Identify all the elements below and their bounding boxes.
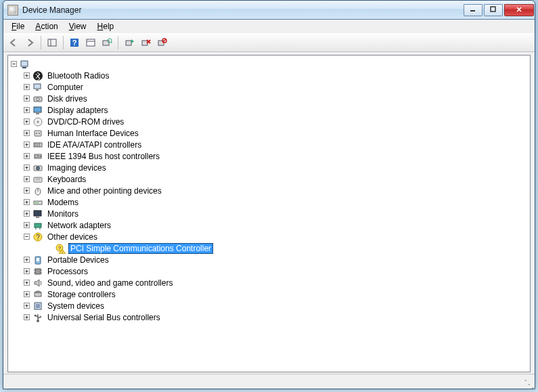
expander-icon[interactable]: [24, 107, 30, 113]
expander-icon[interactable]: [24, 176, 30, 182]
expander-icon[interactable]: [24, 165, 30, 171]
category-label[interactable]: Bluetooth Radios: [46, 71, 110, 81]
svg-rect-73: [40, 316, 41, 318]
svg-text:?: ?: [36, 234, 40, 241]
expander-icon[interactable]: [24, 188, 30, 194]
tree-category[interactable]: Disk drives: [11, 93, 527, 104]
menubar: File Action View Help: [3, 20, 535, 33]
category-label[interactable]: Network adapters: [46, 221, 112, 230]
expander-icon[interactable]: [24, 280, 30, 286]
expander-icon[interactable]: [24, 141, 30, 148]
category-label[interactable]: Universal Serial Bus controllers: [46, 313, 162, 322]
storage-icon: [32, 289, 43, 300]
tree-category[interactable]: DVD/CD-ROM drives: [11, 116, 527, 127]
tree-category[interactable]: IDE ATA/ATAPI controllers: [11, 139, 527, 150]
expander-icon[interactable]: [24, 199, 30, 205]
device-label[interactable]: PCI Simple Communications Controller: [68, 243, 213, 254]
disable-button[interactable]: [154, 35, 169, 50]
help-button[interactable]: ?: [67, 35, 82, 50]
tree-category[interactable]: Keyboards: [11, 173, 527, 185]
category-label[interactable]: Imaging devices: [46, 163, 108, 173]
system-icon: [32, 301, 43, 311]
show-hide-console-tree-button[interactable]: [45, 35, 60, 50]
tree-category[interactable]: Monitors: [11, 208, 527, 219]
tree-root[interactable]: [11, 58, 527, 70]
menu-help[interactable]: Help: [92, 20, 120, 32]
tree-category[interactable]: Mice and other pointing devices: [11, 185, 527, 196]
tree-category[interactable]: ? Other devices: [11, 231, 527, 242]
expander-icon[interactable]: [24, 314, 30, 320]
forward-button[interactable]: [22, 35, 37, 50]
menu-action[interactable]: Action: [30, 20, 63, 32]
category-label[interactable]: Modems: [46, 198, 80, 207]
tree-category[interactable]: Modems: [11, 196, 527, 208]
expander-icon[interactable]: [24, 72, 30, 79]
tree-device[interactable]: ?! PCI Simple Communications Controller: [11, 242, 527, 254]
expander-icon[interactable]: [24, 234, 30, 240]
tree-category[interactable]: Bluetooth Radios: [11, 70, 527, 81]
tree-category[interactable]: Imaging devices: [11, 162, 527, 173]
expander-icon[interactable]: [24, 222, 30, 228]
category-label[interactable]: Processors: [46, 267, 89, 276]
minimize-button[interactable]: [464, 4, 483, 16]
category-label[interactable]: DVD/CD-ROM drives: [46, 117, 125, 127]
tree-category[interactable]: Portable Devices: [11, 254, 527, 265]
usb-icon: [32, 312, 43, 323]
titlebar[interactable]: Device Manager: [3, 1, 535, 20]
expander-icon[interactable]: [24, 95, 30, 102]
category-label[interactable]: Other devices: [46, 232, 99, 242]
update-driver-button[interactable]: [122, 35, 137, 50]
category-label[interactable]: IDE ATA/ATAPI controllers: [46, 140, 143, 150]
category-label[interactable]: Monitors: [46, 209, 80, 219]
uninstall-button[interactable]: [138, 35, 153, 50]
tree-category[interactable]: 1394 IEEE 1394 Bus host controllers: [11, 150, 527, 162]
device-tree[interactable]: Bluetooth Radios Computer Disk drives Di…: [8, 56, 530, 326]
tree-category[interactable]: Human Interface Devices: [11, 127, 527, 139]
tree-category[interactable]: Sound, video and game controllers: [11, 277, 527, 288]
tree-category[interactable]: Network adapters: [11, 219, 527, 231]
category-label[interactable]: Display adapters: [46, 106, 109, 115]
ide-icon: [32, 139, 43, 150]
expander-icon[interactable]: [24, 303, 30, 309]
scan-hardware-button[interactable]: [99, 35, 114, 50]
expander-icon[interactable]: [24, 257, 30, 263]
category-label[interactable]: Storage controllers: [46, 290, 117, 299]
expander-icon[interactable]: [24, 118, 30, 125]
menu-view[interactable]: View: [64, 20, 92, 32]
expander-icon[interactable]: [24, 130, 30, 136]
category-label[interactable]: IEEE 1394 Bus host controllers: [46, 152, 161, 161]
category-label[interactable]: Sound, video and game controllers: [46, 278, 174, 288]
category-label[interactable]: Disk drives: [46, 94, 89, 104]
expander-icon[interactable]: [24, 291, 30, 297]
expander-icon[interactable]: [24, 84, 30, 90]
other-icon: ?: [32, 232, 43, 242]
tree-category[interactable]: Universal Serial Bus controllers: [11, 311, 527, 323]
category-label[interactable]: Portable Devices: [46, 255, 110, 265]
category-label[interactable]: Keyboards: [46, 175, 87, 184]
svg-point-26: [37, 97, 39, 100]
tree-category[interactable]: Computer: [11, 81, 527, 93]
expander-icon[interactable]: [24, 268, 30, 274]
tree-category[interactable]: Processors: [11, 265, 527, 277]
tree-category[interactable]: Display adapters: [11, 104, 527, 116]
device-manager-window: Device Manager File Action View Help ? B…: [3, 0, 535, 389]
properties-button[interactable]: [83, 35, 98, 50]
expander-icon[interactable]: [11, 61, 17, 67]
back-button[interactable]: [6, 35, 21, 50]
expander-icon[interactable]: [24, 153, 30, 159]
menu-file[interactable]: File: [6, 20, 30, 32]
svg-point-33: [39, 133, 40, 134]
tree-panel[interactable]: Bluetooth Radios Computer Disk drives Di…: [7, 55, 531, 372]
category-label[interactable]: Computer: [46, 83, 85, 92]
tree-category[interactable]: System devices: [11, 300, 527, 311]
maximize-button[interactable]: [484, 4, 503, 16]
category-label[interactable]: Mice and other pointing devices: [46, 186, 163, 196]
resize-grip[interactable]: [524, 378, 533, 387]
category-label[interactable]: System devices: [46, 301, 106, 311]
monitor-icon: [32, 209, 43, 219]
tree-category[interactable]: Storage controllers: [11, 288, 527, 300]
category-label[interactable]: Human Interface Devices: [46, 129, 140, 138]
expander-icon[interactable]: [24, 211, 30, 217]
close-button[interactable]: [504, 4, 534, 16]
sound-icon: [32, 278, 43, 288]
